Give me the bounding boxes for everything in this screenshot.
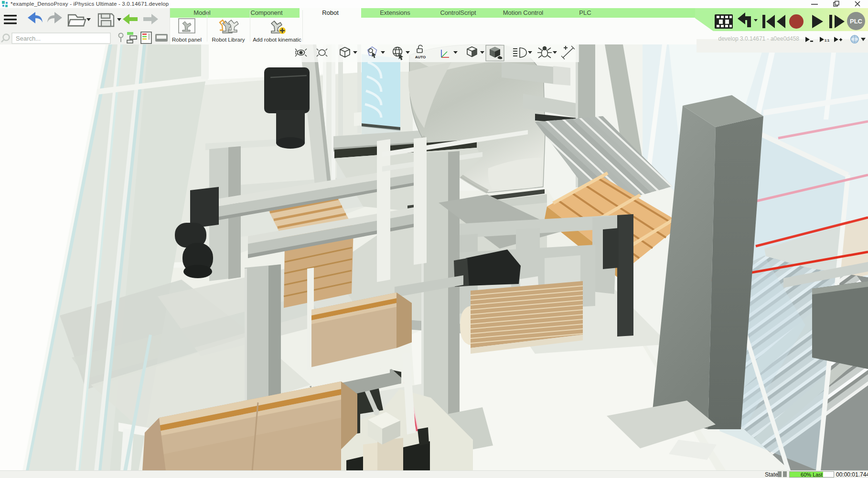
svg-text:Robot Library: Robot Library xyxy=(212,37,245,43)
svg-text:Search...: Search... xyxy=(16,35,41,42)
svg-text:1:1: 1:1 xyxy=(825,39,829,42)
svg-text:PLC: PLC xyxy=(850,18,863,25)
svg-text:Add robot kinematic: Add robot kinematic xyxy=(253,37,301,43)
svg-text:AUTO: AUTO xyxy=(415,55,426,59)
svg-text:Robot panel: Robot panel xyxy=(172,37,202,43)
